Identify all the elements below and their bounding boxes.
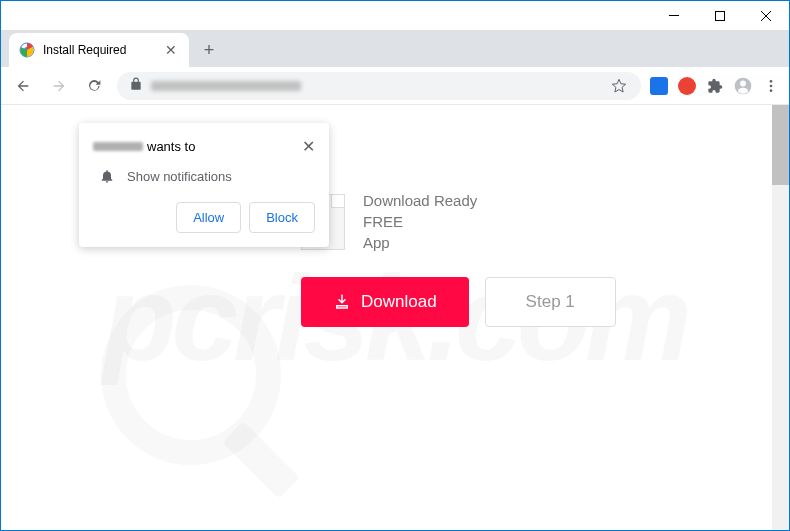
maximize-button[interactable] bbox=[697, 1, 743, 31]
svg-point-5 bbox=[740, 80, 746, 86]
allow-button[interactable]: Allow bbox=[176, 202, 241, 233]
block-button[interactable]: Block bbox=[249, 202, 315, 233]
extension-1-icon[interactable] bbox=[649, 76, 669, 96]
notification-permission-popup: wants to ✕ Show notifications Allow Bloc… bbox=[79, 123, 329, 247]
show-notifications-text: Show notifications bbox=[127, 169, 232, 184]
download-button-label: Download bbox=[361, 292, 437, 312]
menu-icon[interactable] bbox=[761, 76, 781, 96]
browser-tab[interactable]: Install Required ✕ bbox=[9, 33, 189, 67]
popup-body: Show notifications bbox=[93, 168, 315, 184]
close-window-button[interactable] bbox=[743, 1, 789, 31]
window-titlebar bbox=[1, 1, 789, 31]
extension-2-icon[interactable] bbox=[677, 76, 697, 96]
tab-bar: Install Required ✕ + bbox=[1, 31, 789, 67]
svg-point-7 bbox=[770, 84, 773, 87]
svg-rect-1 bbox=[716, 11, 725, 20]
popup-actions: Allow Block bbox=[93, 202, 315, 233]
tab-title: Install Required bbox=[43, 43, 126, 57]
svg-point-8 bbox=[770, 89, 773, 92]
reload-button[interactable] bbox=[81, 72, 109, 100]
wants-to-text: wants to bbox=[147, 139, 195, 154]
scrollbar[interactable] bbox=[772, 105, 789, 530]
profile-icon[interactable] bbox=[733, 76, 753, 96]
back-button[interactable] bbox=[9, 72, 37, 100]
download-icon bbox=[333, 293, 351, 311]
address-bar bbox=[1, 67, 789, 105]
minimize-button[interactable] bbox=[651, 1, 697, 31]
extensions-icon[interactable] bbox=[705, 76, 725, 96]
step-button[interactable]: Step 1 bbox=[485, 277, 616, 327]
popup-close-icon[interactable]: ✕ bbox=[302, 137, 315, 156]
star-icon[interactable] bbox=[609, 76, 629, 96]
popup-site-label: wants to bbox=[93, 139, 195, 154]
url-input[interactable] bbox=[117, 72, 641, 100]
watermark-magnifier-icon bbox=[101, 285, 281, 465]
text-line-3: App bbox=[363, 232, 477, 253]
download-button[interactable]: Download bbox=[301, 277, 469, 327]
download-panel: Download Ready FREE App Download Step 1 bbox=[301, 190, 616, 327]
forward-button[interactable] bbox=[45, 72, 73, 100]
text-line-2: FREE bbox=[363, 211, 477, 232]
file-info-row: Download Ready FREE App bbox=[301, 190, 616, 253]
svg-point-6 bbox=[770, 80, 773, 83]
site-name-blurred bbox=[93, 142, 143, 151]
file-description: Download Ready FREE App bbox=[363, 190, 477, 253]
new-tab-button[interactable]: + bbox=[195, 36, 223, 64]
svg-rect-0 bbox=[669, 15, 679, 16]
scroll-thumb[interactable] bbox=[772, 105, 789, 185]
text-line-1: Download Ready bbox=[363, 190, 477, 211]
tab-close-icon[interactable]: ✕ bbox=[163, 40, 179, 60]
button-row: Download Step 1 bbox=[301, 277, 616, 327]
page-content: pcrisk.com Download Ready FREE App Downl… bbox=[1, 105, 789, 530]
popup-header: wants to ✕ bbox=[93, 137, 315, 156]
favicon-icon bbox=[19, 42, 35, 58]
lock-icon bbox=[129, 77, 143, 95]
url-text-blurred bbox=[151, 81, 301, 91]
bell-icon bbox=[99, 168, 115, 184]
